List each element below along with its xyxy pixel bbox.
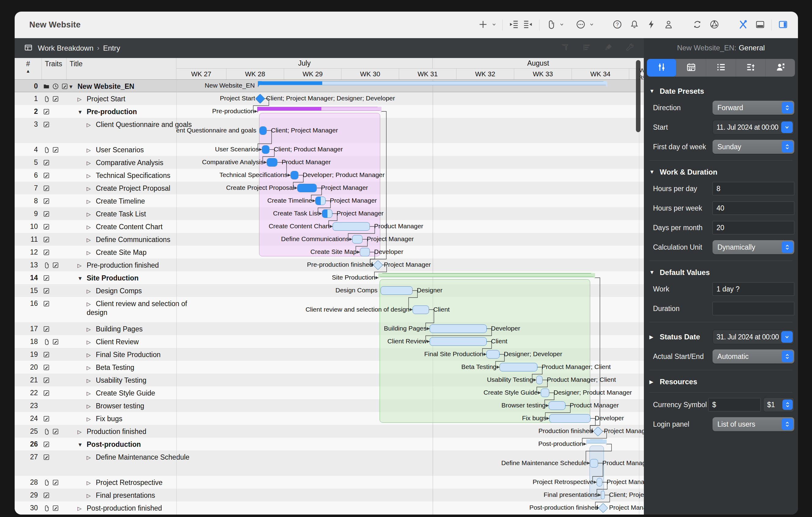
disclosure-open-icon[interactable]: ▼ bbox=[649, 269, 660, 276]
duration-field[interactable] bbox=[713, 302, 794, 315]
tab-outline[interactable] bbox=[706, 59, 736, 77]
task-bar[interactable] bbox=[267, 158, 278, 167]
disclosure-closed-icon[interactable]: ▶ bbox=[649, 379, 660, 385]
share-network-button[interactable] bbox=[707, 18, 721, 32]
disclosure-open-icon[interactable]: ▼ bbox=[78, 109, 87, 115]
task-bar[interactable] bbox=[259, 126, 267, 135]
tab-status[interactable] bbox=[736, 59, 765, 77]
disclosure-closed-icon[interactable]: ▷ bbox=[87, 454, 96, 461]
more-chevron[interactable] bbox=[588, 18, 596, 32]
milestone-diamond[interactable] bbox=[255, 94, 265, 104]
task-bar[interactable] bbox=[332, 222, 370, 231]
breadcrumb-root[interactable]: Work Breakdown bbox=[38, 44, 93, 53]
outdent-button[interactable] bbox=[521, 18, 535, 32]
help-button[interactable]: ? bbox=[610, 18, 624, 32]
style-button[interactable] bbox=[604, 41, 613, 55]
disclosure-closed-icon[interactable]: ▷ bbox=[78, 262, 87, 269]
actions-button[interactable] bbox=[644, 18, 659, 32]
disclosure-closed-icon[interactable]: ▷ bbox=[87, 365, 96, 371]
disclosure-closed-icon[interactable]: ▷ bbox=[87, 224, 96, 230]
milestone-diamond[interactable] bbox=[373, 260, 383, 270]
hours-per-week-field[interactable]: 40 bbox=[713, 201, 794, 215]
task-bar[interactable] bbox=[352, 235, 362, 243]
login-panel-select[interactable]: List of users bbox=[713, 417, 794, 431]
first-day-of-week-select[interactable]: Sunday bbox=[713, 140, 794, 154]
task-bar[interactable] bbox=[297, 184, 317, 192]
disclosure-closed-icon[interactable]: ▷ bbox=[87, 122, 96, 128]
task-bar[interactable] bbox=[412, 306, 429, 314]
disclosure-closed-icon[interactable]: ▷ bbox=[78, 96, 87, 103]
task-bar[interactable] bbox=[380, 286, 412, 295]
calculation-unit-select[interactable]: Dynamically bbox=[713, 240, 794, 254]
disclosure-closed-icon[interactable]: ▷ bbox=[87, 211, 96, 218]
disclosure-closed-icon[interactable]: ▷ bbox=[87, 288, 96, 294]
milestone-diamond[interactable] bbox=[593, 426, 603, 436]
direction-select[interactable]: Forward bbox=[713, 101, 794, 115]
disclosure-open-icon[interactable]: ▼ bbox=[78, 441, 87, 448]
disclosure-closed-icon[interactable]: ▷ bbox=[87, 237, 96, 243]
summary-bar[interactable] bbox=[257, 107, 381, 111]
section-header-status-date[interactable]: ▶ Status Date 31. Jul 2024 at 00:00 bbox=[649, 329, 794, 344]
toggle-bottom-panel-button[interactable] bbox=[753, 18, 767, 32]
disclosure-closed-icon[interactable]: ▷ bbox=[87, 377, 96, 384]
days-per-month-field[interactable]: 20 bbox=[713, 221, 794, 234]
disclosure-closed-icon[interactable]: ▷ bbox=[87, 390, 96, 397]
breadcrumb-leaf[interactable]: Entry bbox=[103, 44, 120, 53]
tools-button[interactable] bbox=[736, 18, 750, 32]
sync-button[interactable] bbox=[690, 18, 704, 32]
summary-bar[interactable] bbox=[378, 273, 595, 277]
column-header-[interactable]: #▲ bbox=[14, 58, 42, 79]
disclosure-closed-icon[interactable]: ▷ bbox=[87, 185, 96, 192]
indent-button[interactable] bbox=[507, 18, 521, 32]
disclosure-closed-icon[interactable]: ▷ bbox=[87, 352, 96, 358]
task-bar[interactable] bbox=[262, 145, 269, 154]
disclosure-closed-icon[interactable]: ▷ bbox=[87, 250, 96, 256]
section-header-work-duration[interactable]: ▼ Work & Duration bbox=[649, 168, 794, 176]
disclosure-closed-icon[interactable]: ▷ bbox=[87, 403, 96, 409]
section-header-resources[interactable]: ▶ Resources bbox=[649, 377, 794, 386]
task-bar[interactable] bbox=[590, 459, 598, 467]
task-bar[interactable] bbox=[536, 376, 543, 384]
disclosure-closed-icon[interactable]: ▷ bbox=[78, 506, 87, 512]
disclosure-closed-icon[interactable]: ▷ bbox=[87, 173, 96, 179]
more-button[interactable] bbox=[574, 18, 588, 32]
disclosure-closed-icon[interactable]: ▷ bbox=[87, 198, 96, 205]
section-header-default-values[interactable]: ▼ Default Values bbox=[649, 268, 794, 277]
task-bar[interactable] bbox=[430, 337, 487, 346]
disclosure-closed-icon[interactable]: ▷ bbox=[87, 480, 96, 486]
disclosure-open-icon[interactable]: ▼ bbox=[649, 169, 660, 175]
task-bar[interactable] bbox=[597, 478, 602, 487]
task-bar[interactable] bbox=[549, 401, 566, 410]
view-switch-button[interactable] bbox=[24, 41, 33, 55]
tab-resources[interactable] bbox=[765, 59, 795, 77]
summary-bar[interactable] bbox=[258, 81, 607, 85]
task-bar[interactable] bbox=[486, 350, 499, 358]
filter-button[interactable] bbox=[560, 41, 570, 55]
status-date-picker[interactable]: 31. Jul 2024 at 00:00 bbox=[713, 329, 794, 344]
hours-per-day-field[interactable]: 8 bbox=[713, 182, 794, 195]
task-bar[interactable] bbox=[601, 491, 605, 499]
column-header-traits[interactable]: Traits bbox=[42, 58, 66, 79]
disclosure-closed-icon[interactable]: ▷ bbox=[87, 416, 96, 422]
attach-chevron[interactable] bbox=[558, 18, 566, 32]
disclosure-closed-icon[interactable]: ▶ bbox=[649, 334, 660, 340]
currency-format-select[interactable]: $1 bbox=[763, 397, 794, 412]
currency-symbol-field[interactable]: $ bbox=[708, 398, 761, 411]
tab-calendar[interactable] bbox=[676, 59, 706, 77]
column-header-title[interactable]: Title bbox=[66, 58, 176, 79]
add-chevron[interactable] bbox=[490, 18, 498, 32]
disclosure-closed-icon[interactable]: ▷ bbox=[78, 429, 87, 435]
task-bar[interactable] bbox=[315, 197, 326, 205]
notifications-button[interactable] bbox=[628, 18, 641, 32]
section-header-date-presets[interactable]: ▼ Date Presets bbox=[649, 87, 794, 95]
milestone-diamond[interactable] bbox=[598, 503, 608, 513]
work-field[interactable]: 1 day ? bbox=[713, 282, 794, 296]
disclosure-closed-icon[interactable]: ▷ bbox=[87, 493, 96, 499]
task-bar[interactable] bbox=[499, 363, 538, 371]
attach-button[interactable] bbox=[544, 18, 558, 32]
task-bar[interactable] bbox=[360, 248, 370, 256]
view-options-button[interactable] bbox=[582, 41, 591, 55]
disclosure-closed-icon[interactable]: ▷ bbox=[87, 301, 96, 307]
user-button[interactable] bbox=[662, 18, 675, 32]
disclosure-open-icon[interactable]: ▼ bbox=[78, 275, 87, 282]
